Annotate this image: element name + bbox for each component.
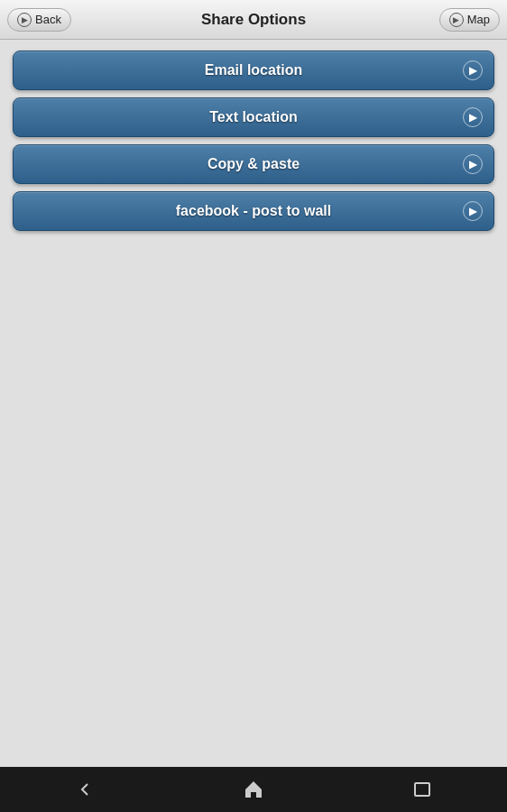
email-location-arrow-icon: ▶ (463, 60, 483, 80)
email-location-label: Email location (205, 62, 302, 78)
copy-paste-label: Copy & paste (207, 156, 300, 172)
header: ▶ Back Share Options ▶ Map (0, 0, 507, 40)
map-icon: ▶ (449, 13, 464, 27)
copy-paste-button[interactable]: Copy & paste ▶ (13, 144, 494, 184)
back-label: Back (35, 13, 61, 26)
svg-rect-0 (415, 783, 429, 796)
main-content: Email location ▶ Text location ▶ Copy & … (0, 40, 507, 767)
nav-home-button[interactable] (243, 779, 264, 800)
back-button[interactable]: ▶ Back (7, 8, 71, 32)
page-title: Share Options (201, 11, 306, 29)
email-location-button[interactable]: Email location ▶ (13, 51, 494, 90)
nav-back-button[interactable] (74, 779, 96, 800)
facebook-post-label: facebook - post to wall (176, 203, 331, 219)
nav-recent-button[interactable] (411, 779, 433, 800)
text-location-arrow-icon: ▶ (463, 107, 483, 127)
back-icon: ▶ (17, 13, 32, 27)
text-location-label: Text location (209, 109, 298, 125)
copy-paste-arrow-icon: ▶ (463, 154, 483, 174)
map-button[interactable]: ▶ Map (439, 8, 500, 32)
facebook-post-button[interactable]: facebook - post to wall ▶ (13, 191, 494, 231)
map-label: Map (467, 13, 490, 26)
facebook-post-arrow-icon: ▶ (463, 201, 483, 221)
text-location-button[interactable]: Text location ▶ (13, 97, 494, 137)
bottom-nav-bar (0, 767, 507, 812)
